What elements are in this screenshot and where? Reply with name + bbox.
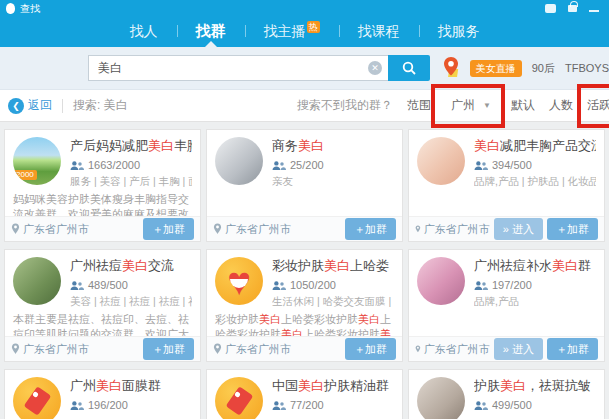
group-card[interactable]: 中国美白护肤精油群 77/200 bbox=[206, 369, 403, 419]
members-count: 499/500 bbox=[492, 399, 532, 411]
join-group-button[interactable]: ＋加群 bbox=[345, 338, 396, 360]
card-footer: 广东省广州市 ＋加群 bbox=[207, 216, 402, 241]
group-location-text: 广东省广州市 bbox=[23, 342, 89, 357]
members-icon bbox=[474, 280, 488, 291]
members-icon bbox=[272, 280, 286, 291]
tab-find-streamers-label: 找主播 bbox=[264, 23, 306, 39]
top-bar: 查找 找人 找群 找主播热 找课程 找服务 bbox=[0, 0, 609, 47]
group-title: 彩妆护肤美白上哈娄 bbox=[272, 257, 394, 275]
hot-badge: 热 bbox=[307, 21, 320, 33]
group-tags: 服务 | 美容 | 产后 | 丰胸 | 面膜 | … bbox=[70, 175, 192, 189]
location-pin-icon bbox=[415, 343, 421, 355]
group-location-text: 广东省广州市 bbox=[424, 222, 490, 237]
group-title: 美白减肥丰胸产品交流 bbox=[474, 137, 596, 155]
group-card[interactable]: 广州祛痘美白交流 489/500 美容 | 祛痘 | 祛痘 | 祛痘 | 祛痘 … bbox=[4, 249, 201, 362]
group-tags: 品牌,产品 bbox=[474, 295, 596, 309]
location-shortcut-icon[interactable] bbox=[442, 56, 462, 80]
members-count: 394/500 bbox=[492, 159, 532, 171]
members-icon bbox=[272, 400, 286, 411]
enter-group-button[interactable]: » 进入 bbox=[494, 218, 543, 240]
members-icon bbox=[70, 160, 84, 171]
group-location-text: 广东省广州市 bbox=[23, 222, 89, 237]
tab-find-people[interactable]: 找人 bbox=[111, 15, 177, 47]
search-icon bbox=[401, 60, 417, 76]
card-footer: 广东省广州市 ＋加群 bbox=[5, 336, 200, 361]
group-card[interactable]: 广州祛痘补水美白群 197/200 品牌,产品 广东省广州市 » 进入 ＋加群 bbox=[408, 249, 605, 362]
window-title: 查找 bbox=[20, 2, 40, 16]
group-avatar: 2000 bbox=[13, 137, 61, 185]
window-controls bbox=[545, 4, 603, 13]
group-avatar bbox=[13, 257, 61, 305]
group-card[interactable]: 美白减肥丰胸产品交流 394/500 品牌,产品 | 护肤品 | 化妆品 | 香… bbox=[408, 129, 605, 242]
group-avatar bbox=[215, 257, 263, 305]
search-input[interactable] bbox=[88, 55, 388, 81]
sort-activity[interactable]: 活跃度 bbox=[587, 97, 609, 114]
group-members: 499/500 bbox=[474, 399, 596, 411]
members-count: 489/500 bbox=[88, 279, 128, 291]
qq-logo-icon bbox=[6, 3, 15, 14]
cant-find-group-link[interactable]: 搜索不到我的群？ bbox=[297, 97, 393, 114]
members-count: 197/200 bbox=[492, 279, 532, 291]
minimize-button[interactable] bbox=[589, 10, 599, 12]
group-tags: 亲友 bbox=[272, 175, 394, 189]
group-card[interactable]: 广州美白面膜群 196/200 bbox=[4, 369, 201, 419]
tab-find-groups[interactable]: 找群 bbox=[177, 15, 245, 47]
location-pin-icon bbox=[11, 343, 20, 355]
group-members: 1050/200 bbox=[272, 279, 394, 291]
join-group-button[interactable]: ＋加群 bbox=[345, 218, 396, 240]
group-card[interactable]: 彩妆护肤美白上哈娄 1050/200 生活休闲 | 哈娄交友面膜 | 哈娄星… … bbox=[206, 249, 403, 362]
card-footer: 广东省广州市 » 进入 ＋加群 bbox=[409, 336, 604, 361]
enter-group-button[interactable]: » 进入 bbox=[494, 338, 543, 360]
group-desc: 本群主要是祛痘、祛痘印、去痘、祛痘印等肌肤问题的交流群，欢迎广大手青春痘、痤疮、… bbox=[5, 309, 200, 336]
tab-find-courses[interactable]: 找课程 bbox=[339, 15, 419, 47]
feedback-icon[interactable] bbox=[545, 4, 556, 13]
group-card[interactable]: 2000 产后妈妈减肥美白丰胸 1663/2000 服务 | 美容 | 产后 |… bbox=[4, 129, 201, 242]
join-group-button[interactable]: ＋加群 bbox=[547, 338, 598, 360]
divider bbox=[62, 99, 63, 113]
group-tags: 品牌,产品 | 护肤品 | 化妆品 | 香水… bbox=[474, 175, 596, 189]
members-count: 77/200 bbox=[290, 399, 324, 411]
filter-bar: ❮ 返回 搜索: 美白 搜索不到我的群？ 范围 广州 ▼ 默认 人数 活跃度 bbox=[0, 90, 609, 122]
join-group-button[interactable]: ＋加群 bbox=[143, 218, 194, 240]
group-members: 77/200 bbox=[272, 399, 394, 411]
sort-members[interactable]: 人数 bbox=[549, 97, 573, 114]
join-group-button[interactable]: ＋加群 bbox=[547, 218, 598, 240]
group-title: 产后妈妈减肥美白丰胸 bbox=[70, 137, 192, 155]
search-button[interactable] bbox=[388, 55, 430, 81]
group-location-text: 广东省广州市 bbox=[424, 342, 490, 357]
join-group-button[interactable]: ＋加群 bbox=[143, 338, 194, 360]
region-dropdown[interactable]: 广州 ▼ bbox=[445, 95, 497, 116]
tab-find-streamers[interactable]: 找主播热 bbox=[245, 15, 339, 47]
location-pin-icon bbox=[11, 223, 20, 235]
group-title: 广州祛痘补水美白群 bbox=[474, 257, 596, 275]
group-members: 394/500 bbox=[474, 159, 596, 171]
group-desc: 彩妆护肤美白上哈娄彩妆护肤美白上哈娄彩妆护肤美白上哈娄彩妆护肤美白上哈娄彩妆护肤… bbox=[207, 309, 402, 336]
group-avatar bbox=[215, 377, 263, 419]
group-card[interactable]: 商务美白 25/200 亲友 广东省广州市 ＋加群 bbox=[206, 129, 403, 242]
hot-link-90s[interactable]: 90后 bbox=[532, 61, 555, 76]
group-title: 商务美白 bbox=[272, 137, 394, 155]
group-title: 广州美白面膜群 bbox=[70, 377, 192, 395]
group-members: 1663/2000 bbox=[70, 159, 192, 171]
group-avatar bbox=[417, 377, 465, 419]
location-pin-icon bbox=[213, 343, 222, 355]
card-footer: 广东省广州市 ＋加群 bbox=[5, 216, 200, 241]
back-button[interactable]: ❮ 返回 bbox=[8, 97, 52, 114]
group-title: 广州祛痘美白交流 bbox=[70, 257, 192, 275]
sort-activity-label: 活跃度 bbox=[587, 98, 609, 112]
group-title: 护肤美白，祛斑抗皱 bbox=[474, 377, 596, 395]
members-count: 1663/2000 bbox=[88, 159, 140, 171]
members-icon bbox=[474, 400, 488, 411]
group-location: 广东省广州市 bbox=[11, 342, 139, 357]
location-pin-icon bbox=[415, 223, 421, 235]
members-count: 196/200 bbox=[88, 399, 128, 411]
live-stream-badge[interactable]: 美女直播 bbox=[470, 60, 522, 77]
lock-icon[interactable] bbox=[568, 5, 577, 12]
sort-default[interactable]: 默认 bbox=[511, 97, 535, 114]
group-card[interactable]: 护肤美白，祛斑抗皱 499/500 bbox=[408, 369, 605, 419]
members-count: 25/200 bbox=[290, 159, 324, 171]
members-icon bbox=[70, 400, 84, 411]
group-title: 中国美白护肤精油群 bbox=[272, 377, 394, 395]
hot-link-tfboys[interactable]: TFBOYS bbox=[565, 62, 609, 74]
tab-find-services[interactable]: 找服务 bbox=[419, 15, 499, 47]
